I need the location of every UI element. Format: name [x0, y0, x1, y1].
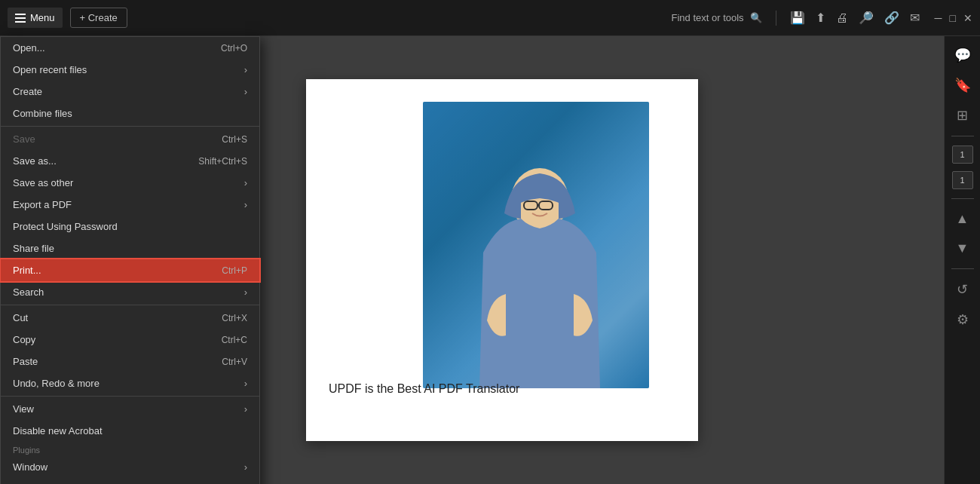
menu-item-open-recent[interactable]: Open recent files›: [1, 59, 259, 81]
main-layout: All tool... 📤 Ex... ✏️ Ed... 📄 Cr... 💬 C…: [0, 36, 980, 484]
window-controls: ─ □ ✕: [935, 12, 972, 24]
menu-item-save-as[interactable]: Save as...Shift+Ctrl+S: [1, 150, 259, 172]
search-placeholder: Find text or tools: [672, 12, 744, 23]
page-number-1: 1: [952, 146, 973, 164]
arrow-open-recent: ›: [244, 64, 247, 75]
menu-item-window[interactable]: Window›: [1, 456, 259, 478]
menu-item-combine[interactable]: Combine files: [1, 103, 259, 124]
shortcut-save-as: Shift+Ctrl+S: [198, 156, 247, 167]
dropdown-menu: Open...Ctrl+OOpen recent files›Create›Co…: [0, 36, 260, 484]
menu-item-view[interactable]: View›: [1, 398, 259, 420]
menu-item-paste[interactable]: PasteCtrl+V: [1, 351, 259, 372]
shortcut-cut: Ctrl+X: [222, 313, 247, 323]
menu-item-copy[interactable]: CopyCtrl+C: [1, 329, 259, 351]
bookmark-icon[interactable]: 🔖: [950, 72, 975, 98]
menu-label: Menu: [30, 12, 55, 23]
menu-section-plugins-section: Plugins: [1, 442, 259, 456]
menu-item-open[interactable]: Open...Ctrl+O: [1, 37, 259, 59]
shortcut-copy: Ctrl+C: [222, 335, 247, 345]
pdf-text: UPDF is the Best AI PDF Translator: [329, 382, 519, 396]
arrow-search: ›: [244, 286, 247, 298]
menu-item-save-as-other[interactable]: Save as other›: [1, 172, 259, 194]
chevron-down-icon[interactable]: ▼: [951, 236, 974, 261]
shortcut-open: Ctrl+O: [221, 43, 247, 54]
menu-item-label-window: Window: [13, 461, 47, 473]
menu-item-label-view: View: [13, 403, 34, 415]
shortcut-paste: Ctrl+V: [222, 357, 247, 367]
menu-item-print[interactable]: Print...Ctrl+P: [1, 259, 259, 281]
arrow-window: ›: [244, 461, 247, 473]
pdf-page: UPDF is the Best AI PDF Translator: [306, 79, 698, 441]
menu-item-label-copy: Copy: [13, 334, 35, 345]
topbar-icons: 💾 ⬆ 🖨 🔎 🔗 ✉: [790, 11, 920, 25]
arrow-export-pdf: ›: [244, 199, 247, 210]
right-panel: 💬 🔖 ⊞ 1 1 ▲ ▼ ↺ ⚙: [944, 36, 980, 484]
search-area: Find text or tools 🔍: [672, 12, 762, 23]
shortcut-save: Ctrl+S: [222, 134, 247, 145]
right-divider: [951, 136, 974, 136]
menu-item-export-pdf[interactable]: Export a PDF›: [1, 194, 259, 216]
save-cloud-icon[interactable]: 💾: [790, 11, 805, 25]
menu-item-protect-password[interactable]: Protect Using Password: [1, 216, 259, 237]
menu-divider: [1, 126, 259, 127]
print-icon[interactable]: 🖨: [836, 11, 848, 25]
menu-item-label-print: Print...: [13, 265, 41, 276]
menu-item-label-undo-redo: Undo, Redo & more: [13, 378, 100, 389]
pdf-image: [423, 102, 649, 388]
right-divider-2: [951, 198, 974, 199]
menu-item-label-open-recent: Open recent files: [13, 64, 87, 75]
menu-item-save: SaveCtrl+S: [1, 128, 259, 150]
menu-item-label-save-as-other: Save as other: [13, 177, 73, 188]
menu-item-disable-acrobat[interactable]: Disable new Acrobat: [1, 420, 259, 442]
comment-panel-icon[interactable]: 💬: [950, 42, 975, 68]
refresh-icon[interactable]: ↺: [952, 277, 972, 302]
menu-item-label-disable-acrobat: Disable new Acrobat: [13, 425, 103, 437]
menu-item-label-combine: Combine files: [13, 108, 72, 119]
shortcut-print: Ctrl+P: [222, 265, 247, 276]
menu-item-create[interactable]: Create›: [1, 81, 259, 103]
chevron-up-icon[interactable]: ▲: [951, 207, 974, 231]
arrow-save-as-other: ›: [244, 177, 247, 188]
menu-item-help[interactable]: Help›: [1, 478, 259, 484]
settings-icon[interactable]: ⚙: [952, 307, 973, 332]
menu-item-undo-redo[interactable]: Undo, Redo & more›: [1, 372, 259, 394]
top-bar: Menu + Create Find text or tools 🔍 💾 ⬆ 🖨…: [0, 0, 980, 36]
search-divider: [776, 11, 776, 26]
hamburger-icon: [15, 14, 26, 23]
menu-item-label-save: Save: [13, 133, 35, 145]
menu-item-label-export-pdf: Export a PDF: [13, 199, 72, 210]
menu-item-share-file[interactable]: Share file: [1, 237, 259, 259]
arrow-undo-redo: ›: [244, 378, 247, 389]
create-button[interactable]: + Create: [70, 8, 127, 28]
zoom-icon[interactable]: 🔎: [859, 11, 874, 25]
menu-button[interactable]: Menu: [8, 8, 63, 28]
menu-divider: [1, 396, 259, 397]
right-divider-3: [951, 268, 974, 269]
menu-item-label-share-file: Share file: [13, 243, 54, 254]
menu-item-label-open: Open...: [13, 42, 45, 54]
arrow-create: ›: [244, 86, 247, 97]
menu-item-label-cut: Cut: [13, 312, 28, 323]
menu-item-cut[interactable]: CutCtrl+X: [1, 307, 259, 329]
close-button[interactable]: ✕: [963, 12, 972, 24]
menu-item-label-protect-password: Protect Using Password: [13, 221, 118, 232]
menu-divider: [1, 305, 259, 305]
link-icon[interactable]: 🔗: [884, 11, 899, 25]
menu-item-label-save-as: Save as...: [13, 155, 57, 167]
mail-icon[interactable]: ✉: [910, 11, 920, 25]
grid-icon[interactable]: ⊞: [952, 103, 972, 128]
menu-item-search[interactable]: Search›: [1, 281, 259, 303]
menu-item-label-search: Search: [13, 286, 44, 298]
create-label: + Create: [80, 12, 118, 23]
menu-item-label-paste: Paste: [13, 356, 38, 367]
arrow-view: ›: [244, 403, 247, 415]
maximize-button[interactable]: □: [950, 12, 956, 24]
search-icon[interactable]: 🔍: [750, 12, 762, 23]
upload-icon[interactable]: ⬆: [816, 11, 825, 25]
menu-item-label-create: Create: [13, 86, 42, 97]
minimize-button[interactable]: ─: [935, 12, 942, 24]
page-number-2: 1: [952, 171, 973, 189]
